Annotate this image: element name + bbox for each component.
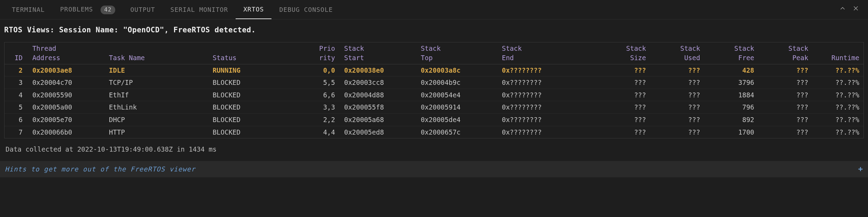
- cell-status: BLOCKED: [209, 113, 308, 126]
- cell-task-name: HTTP: [105, 126, 209, 138]
- cell-stack-used: ???: [652, 77, 705, 89]
- tab-terminal[interactable]: TERMINAL: [4, 0, 53, 19]
- cell-stack-free: 1884: [706, 89, 760, 101]
- cell-stack-end: 0x????????: [498, 64, 598, 77]
- cell-address: 0x20005a00: [29, 101, 105, 114]
- header-stack-top[interactable]: Stack: [417, 42, 498, 53]
- cell-task-name: DHCP: [105, 113, 209, 126]
- tab-xrtos[interactable]: XRTOS: [236, 0, 271, 19]
- cell-status: BLOCKED: [209, 101, 308, 114]
- cell-status: BLOCKED: [209, 77, 308, 89]
- tab-output[interactable]: OUTPUT: [123, 0, 163, 19]
- cell-priority: 5,5: [308, 77, 341, 89]
- header-stack-size[interactable]: Stack: [598, 42, 652, 53]
- hints-bar[interactable]: Hints to get more out of the FreeRTOS vi…: [0, 161, 868, 177]
- header-address[interactable]: Address: [29, 53, 105, 64]
- header-rity[interactable]: rity: [308, 53, 341, 64]
- header-free[interactable]: Free: [706, 53, 760, 64]
- cell-stack-peak: ???: [760, 64, 814, 77]
- cell-stack-end: 0x????????: [498, 101, 598, 114]
- header-peak[interactable]: Peak: [760, 53, 814, 64]
- header-start[interactable]: Start: [341, 53, 417, 64]
- header-used[interactable]: Used: [652, 53, 705, 64]
- cell-task-name: EthIf: [105, 89, 209, 101]
- cell-address: 0x20005e70: [29, 113, 105, 126]
- header-prio[interactable]: Prio: [308, 42, 341, 53]
- tab-serial-monitor[interactable]: SERIAL MONITOR: [163, 0, 236, 19]
- cell-status: RUNNING: [209, 64, 308, 77]
- cell-runtime: ??.??%: [814, 89, 863, 101]
- cell-priority: 3,3: [308, 101, 341, 114]
- header-status[interactable]: Status: [209, 53, 308, 64]
- cell-stack-size: ???: [598, 126, 652, 138]
- cell-stack-used: ???: [652, 113, 705, 126]
- header-stack-free[interactable]: Stack: [706, 42, 760, 53]
- cell-stack-used: ???: [652, 64, 705, 77]
- panel-tab-bar: TERMINAL PROBLEMS 42 OUTPUT SERIAL MONIT…: [0, 0, 868, 19]
- header-runtime[interactable]: Runtime: [814, 53, 863, 64]
- tab-problems-label: PROBLEMS: [60, 6, 93, 13]
- cell-stack-free: 428: [706, 64, 760, 77]
- tab-problems[interactable]: PROBLEMS 42: [53, 0, 123, 19]
- cell-stack-top: 0x20003a8c: [417, 64, 498, 77]
- hints-text: Hints to get more out of the FreeRTOS vi…: [5, 164, 195, 174]
- cell-status: BLOCKED: [209, 89, 308, 101]
- rtos-panel: RTOS Views: Session Name: "OpenOCD", Fre…: [0, 19, 868, 161]
- cell-id: 6: [5, 113, 29, 126]
- header-top[interactable]: Top: [417, 53, 498, 64]
- cell-priority: 2,2: [308, 113, 341, 126]
- collection-timestamp: Data collected at 2022-10-13T19:49:00.63…: [6, 145, 864, 154]
- cell-address: 0x20005590: [29, 89, 105, 101]
- cell-stack-top: 0x20005914: [417, 101, 498, 114]
- rtos-table: Thread Prio Stack Stack Stack Stack Stac…: [4, 42, 864, 138]
- header-size[interactable]: Size: [598, 53, 652, 64]
- cell-task-name: TCP/IP: [105, 77, 209, 89]
- cell-address: 0x20003ae8: [29, 64, 105, 77]
- cell-stack-start: 0x20004d88: [341, 89, 417, 101]
- close-icon[interactable]: [852, 5, 860, 15]
- chevron-up-icon[interactable]: [839, 5, 846, 15]
- cell-stack-end: 0x????????: [498, 126, 598, 138]
- cell-stack-free: 796: [706, 101, 760, 114]
- hints-expand-icon[interactable]: +: [858, 164, 863, 175]
- cell-stack-top: 0x20005de4: [417, 113, 498, 126]
- table-row[interactable]: 70x200066b0HTTPBLOCKED4,40x20005ed80x200…: [5, 126, 863, 138]
- cell-stack-start: 0x200055f8: [341, 101, 417, 114]
- table-row[interactable]: 50x20005a00EthLinkBLOCKED3,30x200055f80x…: [5, 101, 863, 114]
- cell-task-name: EthLink: [105, 101, 209, 114]
- header-end[interactable]: End: [498, 53, 598, 64]
- cell-stack-free: 892: [706, 113, 760, 126]
- table-row[interactable]: 40x20005590EthIfBLOCKED6,60x20004d880x20…: [5, 89, 863, 101]
- cell-stack-top: 0x20004b9c: [417, 77, 498, 89]
- cell-id: 7: [5, 126, 29, 138]
- table-row[interactable]: 20x20003ae8IDLERUNNING0,00x200038e00x200…: [5, 64, 863, 77]
- cell-stack-size: ???: [598, 77, 652, 89]
- cell-stack-size: ???: [598, 101, 652, 114]
- cell-stack-start: 0x20003cc8: [341, 77, 417, 89]
- cell-id: 4: [5, 89, 29, 101]
- cell-stack-free: 3796: [706, 77, 760, 89]
- cell-stack-peak: ???: [760, 113, 814, 126]
- header-thread[interactable]: Thread: [29, 42, 105, 53]
- cell-priority: 4,4: [308, 126, 341, 138]
- header-stack-end[interactable]: Stack: [498, 42, 598, 53]
- cell-stack-size: ???: [598, 113, 652, 126]
- problems-badge: 42: [101, 6, 115, 14]
- table-row[interactable]: 30x20004c70TCP/IPBLOCKED5,50x20003cc80x2…: [5, 77, 863, 89]
- rtos-heading: RTOS Views: Session Name: "OpenOCD", Fre…: [4, 25, 864, 35]
- header-stack-peak[interactable]: Stack: [760, 42, 814, 53]
- header-stack-start[interactable]: Stack: [341, 42, 417, 53]
- header-stack-used[interactable]: Stack: [652, 42, 705, 53]
- cell-status: BLOCKED: [209, 126, 308, 138]
- cell-runtime: ??.??%: [814, 77, 863, 89]
- cell-stack-peak: ???: [760, 101, 814, 114]
- header-task-name[interactable]: Task Name: [105, 53, 209, 64]
- cell-stack-start: 0x20005a68: [341, 113, 417, 126]
- table-row[interactable]: 60x20005e70DHCPBLOCKED2,20x20005a680x200…: [5, 113, 863, 126]
- cell-runtime: ??.??%: [814, 64, 863, 77]
- cell-stack-size: ???: [598, 89, 652, 101]
- cell-stack-top: 0x200054e4: [417, 89, 498, 101]
- cell-stack-start: 0x20005ed8: [341, 126, 417, 138]
- header-id[interactable]: ID: [5, 53, 29, 64]
- tab-debug-console[interactable]: DEBUG CONSOLE: [271, 0, 340, 19]
